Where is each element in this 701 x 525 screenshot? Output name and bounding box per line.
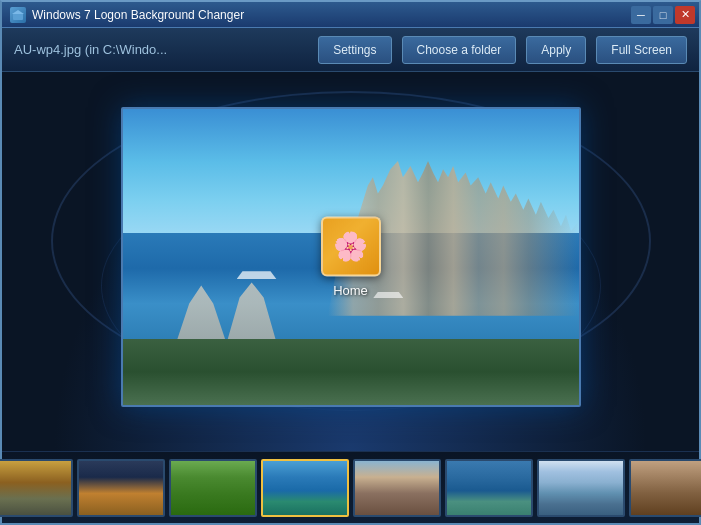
thumbnail-4[interactable] <box>261 459 349 517</box>
choose-folder-button[interactable]: Choose a folder <box>402 36 517 64</box>
thumbnail-3-image <box>171 461 255 515</box>
thumbnail-2-image <box>79 461 163 515</box>
home-icon: 🌸 <box>333 230 368 263</box>
main-window: Windows 7 Logon Background Changer ─ □ ✕… <box>0 0 701 525</box>
window-title: Windows 7 Logon Background Changer <box>32 8 244 22</box>
svg-rect-0 <box>13 13 23 20</box>
thumbnail-3[interactable] <box>169 459 257 517</box>
settings-button[interactable]: Settings <box>318 36 391 64</box>
svg-marker-1 <box>12 10 24 14</box>
thumbnail-6[interactable] <box>445 459 533 517</box>
home-icon-overlay: 🌸 Home <box>321 216 381 297</box>
thumbnail-7-image <box>539 461 623 515</box>
minimize-button[interactable]: ─ <box>631 6 651 24</box>
thumbnail-1-image <box>0 461 71 515</box>
title-bar-left: Windows 7 Logon Background Changer <box>10 7 244 23</box>
thumbnail-8[interactable] <box>629 459 702 517</box>
thumbnail-5[interactable] <box>353 459 441 517</box>
title-bar: Windows 7 Logon Background Changer ─ □ ✕ <box>2 2 699 28</box>
toolbar: AU-wp4.jpg (in C:\Windo... Settings Choo… <box>2 28 699 72</box>
home-icon-box: 🌸 <box>321 216 381 276</box>
maximize-button[interactable]: □ <box>653 6 673 24</box>
main-area: 🌸 Home <box>2 72 699 451</box>
thumbnail-strip <box>2 451 699 523</box>
thumbnail-6-image <box>447 461 531 515</box>
preview-boat-1 <box>237 271 277 279</box>
thumbnail-5-image <box>355 461 439 515</box>
title-controls: ─ □ ✕ <box>631 6 695 24</box>
apply-button[interactable]: Apply <box>526 36 586 64</box>
thumbnail-4-image <box>263 461 347 515</box>
preview-container[interactable]: 🌸 Home <box>121 107 581 407</box>
preview-image: 🌸 Home <box>123 109 579 405</box>
preview-land <box>123 339 579 404</box>
full-screen-button[interactable]: Full Screen <box>596 36 687 64</box>
thumbnail-8-image <box>631 461 702 515</box>
thumbnail-7[interactable] <box>537 459 625 517</box>
close-button[interactable]: ✕ <box>675 6 695 24</box>
home-label: Home <box>333 282 368 297</box>
thumbnail-2[interactable] <box>77 459 165 517</box>
app-icon <box>10 7 26 23</box>
thumbnail-1[interactable] <box>0 459 73 517</box>
file-label: AU-wp4.jpg (in C:\Windo... <box>14 42 308 57</box>
